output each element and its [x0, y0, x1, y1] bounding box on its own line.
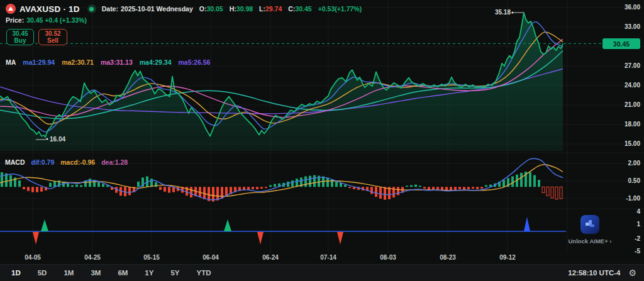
range-ytd[interactable]: YTD — [197, 269, 211, 277]
low-annotation: 16.04 — [50, 136, 65, 143]
macd-legend: MACD dif:0.79 macd:-0.96 dea:1.28 — [5, 158, 128, 166]
clock: 12:58:10 UTC-4 — [568, 269, 620, 277]
sell-price: 30.52 — [45, 30, 60, 37]
sell-button[interactable]: 30.52 Sell — [38, 29, 67, 45]
trading-chart-app: 36.0033.0027.0024.0021.0018.0015.002.000… — [0, 0, 644, 281]
buy-button[interactable]: 30.45 Buy — [6, 29, 34, 45]
high-annotation: 35.18 — [478, 9, 511, 16]
sell-label: Sell — [47, 37, 58, 44]
date-value: 2025-10-01 Wednesday — [121, 5, 193, 13]
buy-price: 30.45 — [12, 30, 28, 37]
chart-region[interactable]: 36.0033.0027.0024.0021.0018.0015.002.000… — [0, 0, 644, 264]
ma-title: MA — [6, 58, 16, 66]
macd-title: MACD — [5, 158, 25, 166]
date-label: Date: — [102, 5, 118, 13]
ma1-value: ma1:29.94 — [23, 58, 55, 66]
buy-label: Buy — [14, 37, 26, 44]
ma3-value: ma3:31.13 — [101, 58, 133, 66]
ma5-value: ma5:26.56 — [179, 58, 211, 66]
avalanche-logo-icon — [6, 4, 16, 14]
range-selector: 1D5D1M3M6M1Y5YYTD — [0, 269, 211, 277]
settings-gear-icon[interactable]: ⚙ — [628, 268, 636, 277]
macd-macd-value: macd:-0.96 — [60, 158, 95, 166]
chart-header: AVAXUSD · 1D Date: 2025-10-01 Wednesday … — [6, 3, 362, 14]
range-5y[interactable]: 5Y — [170, 269, 179, 277]
aime-label: Unlock AIME+ › — [558, 238, 621, 245]
range-1m[interactable]: 1M — [64, 269, 74, 277]
close-field: C:30.45 — [288, 5, 311, 13]
range-6m[interactable]: 6M — [118, 269, 128, 277]
range-5d[interactable]: 5D — [38, 269, 47, 277]
aime-icon — [580, 215, 599, 234]
symbol-title: AVAXUSD · 1D — [19, 4, 80, 14]
price-value: 30.45 +0.4 (+1.33%) — [26, 16, 87, 24]
ma2-value: ma2:30.71 — [62, 58, 94, 66]
open-field: O:30.05 — [199, 5, 223, 13]
change-value: +0.53(+1.77%) — [318, 5, 362, 13]
range-1d[interactable]: 1D — [11, 269, 21, 277]
low-field: L:29.74 — [259, 5, 282, 13]
unlock-aime-button[interactable]: Unlock AIME+ › — [558, 215, 621, 245]
ma-legend: MA ma1:29.94 ma2:30.71 ma3:31.13 ma4:29.… — [6, 58, 210, 66]
market-status-icon — [87, 4, 96, 13]
price-chart-canvas[interactable] — [0, 0, 644, 264]
ma4-value: ma4:29.34 — [140, 58, 172, 66]
range-1y[interactable]: 1Y — [145, 269, 153, 277]
bottom-toolbar: 1D5D1M3M6M1Y5YYTD 12:58:10 UTC-4 ⚙ — [0, 264, 644, 281]
high-field: H:30.98 — [230, 5, 253, 13]
price-label: Price: — [6, 16, 24, 24]
range-3m[interactable]: 3M — [91, 269, 101, 277]
macd-dif-value: dif:0.79 — [31, 158, 55, 166]
macd-dea-value: dea:1.28 — [101, 158, 128, 166]
current-price-tag: 30.45 — [602, 38, 640, 49]
price-row: Price:30.45 +0.4 (+1.33%) — [6, 16, 87, 24]
